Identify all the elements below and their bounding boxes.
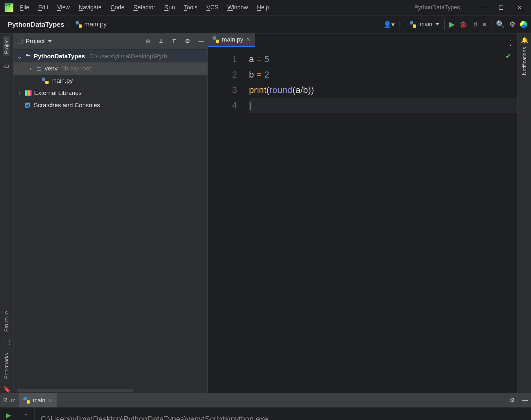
chevron-down-icon	[48, 40, 52, 42]
chevron-down-icon	[435, 23, 439, 25]
up-arrow-icon[interactable]: ↑	[24, 411, 28, 419]
notifications-tool-tab[interactable]: Notifications	[522, 47, 527, 75]
menu-edit[interactable]: Edit	[38, 4, 48, 11]
project-pane: Project ⊕ ⇊ ⇈ ⚙ — ⌄ 🗀 PythonDataTypes C:…	[14, 33, 208, 393]
expand-arrow-icon[interactable]: ⌄	[17, 53, 23, 60]
line-gutter: 1234	[208, 47, 243, 393]
horizontal-scrollbar[interactable]	[17, 389, 133, 392]
minimize-button[interactable]: —	[479, 4, 485, 11]
run-configuration-selector[interactable]: main	[404, 19, 445, 30]
menu-window[interactable]: Window	[227, 4, 248, 11]
code-line[interactable]: print(round(a/b))	[249, 82, 517, 98]
code-area[interactable]: a = 5b = 2print(round(a/b))|	[243, 47, 517, 393]
editor-tab-label: main.py	[222, 36, 243, 43]
close-tab-icon[interactable]: ✕	[48, 397, 52, 404]
tree-root-label: PythonDataTypes	[34, 53, 85, 60]
project-tool-tab[interactable]: Project	[3, 36, 10, 56]
menu-file[interactable]: File	[20, 4, 29, 11]
project-tab-icon	[17, 39, 23, 43]
rerun-icon[interactable]: ▶	[6, 411, 11, 419]
tree-venv-label: venv	[45, 65, 58, 72]
menu-navigate[interactable]: Navigate	[79, 4, 102, 11]
project-tree: ⌄ 🗀 PythonDataTypes C:\Users\yilma\Deskt…	[14, 49, 207, 389]
tree-file-label: main.py	[51, 77, 73, 84]
editor-pane: main.py ✕ ⋮ 1234 a = 5b = 2print(round(a…	[208, 33, 517, 393]
tree-venv-hint: library root	[62, 65, 91, 72]
breadcrumb-project[interactable]: PythonDataTypes	[8, 21, 64, 28]
inspection-ok-icon[interactable]: ✔	[505, 51, 512, 61]
menu-tools[interactable]: Tools	[184, 4, 197, 11]
python-file-icon	[23, 397, 30, 404]
stop-button[interactable]: ■	[483, 21, 487, 28]
console-cmd: C:\Users\yilma\Desktop\PythonDataTypes\v…	[41, 412, 525, 420]
tree-scratches-label: Scratches and Consoles	[34, 102, 100, 109]
chevron-right-icon: 〉	[67, 21, 73, 28]
run-tab-main[interactable]: main ✕	[19, 393, 57, 407]
menu-help[interactable]: Help	[257, 4, 269, 11]
breadcrumb-file[interactable]: main.py	[75, 21, 107, 28]
debug-button[interactable]: 🐞	[459, 21, 467, 28]
settings-icon[interactable]: ⚙	[185, 38, 190, 45]
tree-root[interactable]: ⌄ 🗀 PythonDataTypes C:\Users\yilma\Deskt…	[14, 50, 207, 62]
user-icon[interactable]: 👤▾	[383, 21, 395, 28]
code-with-me-icon[interactable]	[520, 21, 527, 28]
separator	[491, 20, 491, 29]
code-line[interactable]: a = 5	[249, 51, 517, 67]
close-tab-icon[interactable]: ✕	[246, 36, 250, 42]
folder-icon: 🗀	[25, 53, 31, 60]
hide-icon[interactable]: —	[198, 38, 204, 45]
expand-arrow-icon[interactable]: ›	[28, 65, 33, 72]
settings-icon[interactable]: ⚙	[510, 397, 515, 404]
python-file-icon	[42, 77, 49, 84]
expand-all-icon[interactable]: ⇊	[159, 38, 163, 45]
folder-icon[interactable]: 🗀	[4, 62, 10, 69]
libraries-icon	[25, 90, 32, 96]
python-file-icon	[75, 21, 82, 28]
more-icon[interactable]: ⋮	[507, 39, 514, 47]
menu-vcs[interactable]: VCS	[206, 4, 218, 11]
menu-refactor[interactable]: Refactor	[133, 4, 155, 11]
run-tool-window: Run: main ✕ ⚙ — ▶ 🔧 ■ ⊞ 🖶 📌 ↑ ↓ ↩ ⤓ 🗑 C:…	[0, 393, 531, 420]
menu-code[interactable]: Code	[111, 4, 124, 11]
code-line[interactable]: b = 2	[249, 67, 517, 82]
window-title: PythonDataTypes	[414, 4, 460, 11]
scratches-icon: 🗐	[25, 102, 31, 109]
tree-external-libs[interactable]: › External Libraries	[14, 87, 207, 99]
menu-run[interactable]: Run	[164, 4, 175, 11]
run-button[interactable]: ▶	[449, 20, 455, 29]
tree-external-libs-label: External Libraries	[34, 89, 82, 97]
project-pane-title[interactable]: Project	[17, 38, 52, 45]
expand-arrow-icon[interactable]: ›	[17, 89, 23, 97]
project-pane-label: Project	[26, 38, 45, 45]
titlebar: FileEditViewNavigateCodeRefactorRunTools…	[0, 0, 531, 15]
navigation-bar: PythonDataTypes 〉 main.py 👤▾ main ▶ 🐞 ⛨ …	[0, 15, 531, 33]
menu-view[interactable]: View	[57, 4, 70, 11]
bookmarks-tool-tab[interactable]: Bookmarks	[4, 353, 10, 379]
tree-venv[interactable]: › 🗀 venv library root	[14, 62, 207, 75]
workspace: Project 🗀 Project ⊕ ⇊ ⇈ ⚙ — ⌄ 🗀 PythonDa…	[0, 33, 531, 393]
console-output[interactable]: C:\Users\yilma\Desktop\PythonDataTypes\v…	[35, 407, 531, 420]
tree-scratches[interactable]: 🗐 Scratches and Consoles	[14, 99, 207, 111]
python-file-icon	[212, 36, 219, 43]
settings-icon[interactable]: ⚙	[509, 20, 516, 29]
coverage-button[interactable]: ⛨	[472, 21, 478, 28]
maximize-button[interactable]: ☐	[499, 4, 504, 11]
tree-file-main[interactable]: main.py	[14, 75, 207, 87]
code-line[interactable]: |	[249, 98, 517, 113]
collapse-all-icon[interactable]: ⇈	[172, 38, 177, 45]
structure-tool-tab[interactable]: Structure	[4, 311, 10, 332]
breadcrumb-file-label: main.py	[84, 21, 107, 28]
window-controls: — ☐ ✕	[479, 4, 522, 11]
run-header: Run: main ✕ ⚙ —	[0, 393, 531, 407]
search-icon[interactable]: 🔍	[496, 20, 505, 29]
editor-tab-main[interactable]: main.py ✕	[208, 33, 255, 47]
python-file-icon	[409, 21, 417, 28]
editor-body[interactable]: 1234 a = 5b = 2print(round(a/b))| ✔	[208, 47, 517, 393]
run-actions-col: ▶ 🔧 ■ ⊞ 🖶 📌	[0, 407, 17, 420]
bell-icon[interactable]: 🔔	[521, 37, 528, 44]
locate-icon[interactable]: ⊕	[145, 38, 150, 45]
run-body: ▶ 🔧 ■ ⊞ 🖶 📌 ↑ ↓ ↩ ⤓ 🗑 C:\Users\yilma\Des…	[0, 407, 531, 420]
close-button[interactable]: ✕	[517, 4, 522, 11]
run-nav-col: ↑ ↓ ↩ ⤓ 🗑	[17, 407, 35, 420]
hide-icon[interactable]: —	[522, 397, 528, 404]
